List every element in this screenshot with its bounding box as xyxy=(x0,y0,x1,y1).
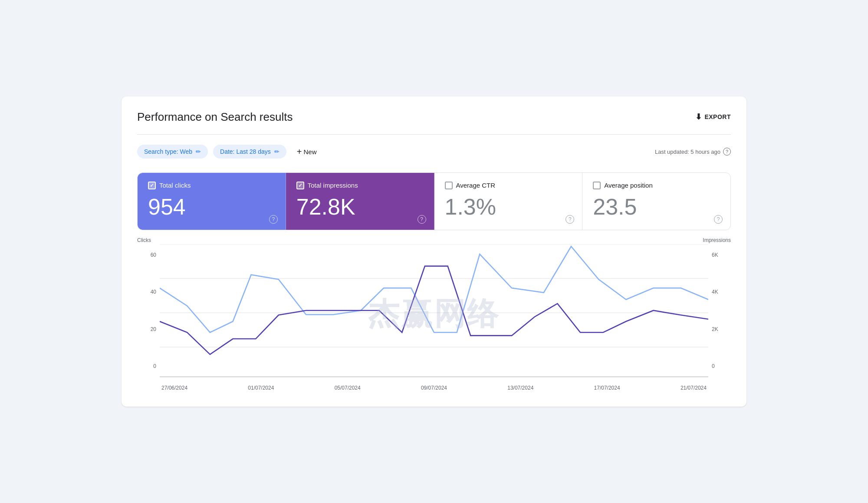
position-label: Average position xyxy=(604,182,652,189)
ctr-checkbox[interactable] xyxy=(445,182,453,189)
position-checkbox[interactable] xyxy=(593,182,601,189)
main-card: Performance on Search results ⬇ EXPORT S… xyxy=(122,96,746,407)
clicks-label: Total clicks xyxy=(159,182,191,189)
ctr-header: Average CTR xyxy=(445,182,572,189)
export-label: EXPORT xyxy=(704,113,731,120)
impressions-label: Total impressions xyxy=(308,182,358,189)
clicks-help-icon[interactable]: ? xyxy=(269,215,278,224)
date-filter[interactable]: Date: Last 28 days ✏ xyxy=(213,145,286,159)
clicks-header: Total clicks xyxy=(148,182,275,189)
filter-row: Search type: Web ✏ Date: Last 28 days ✏ … xyxy=(137,143,731,160)
x-label-1: 27/06/2024 xyxy=(161,385,187,391)
x-label-4: 09/07/2024 xyxy=(421,385,447,391)
metrics-row: Total clicks 954 ? Total impressions 72.… xyxy=(137,172,731,230)
clicks-value: 954 xyxy=(148,195,275,219)
last-updated-text: Last updated: 5 hours ago xyxy=(655,149,720,155)
y-right-6k: 6K xyxy=(712,252,718,258)
clicks-checkbox[interactable] xyxy=(148,182,156,189)
page-title: Performance on Search results xyxy=(137,110,293,124)
impressions-checkbox[interactable] xyxy=(296,182,304,189)
y-right-2k: 2K xyxy=(712,326,718,332)
metric-impressions[interactable]: Total impressions 72.8K ? xyxy=(286,173,434,230)
last-updated: Last updated: 5 hours ago ? xyxy=(655,148,731,156)
ctr-label: Average CTR xyxy=(456,182,496,189)
metric-ctr[interactable]: Average CTR 1.3% ? xyxy=(434,173,583,230)
metric-position[interactable]: Average position 23.5 ? xyxy=(582,173,730,230)
position-help-icon[interactable]: ? xyxy=(714,215,723,224)
ctr-help-icon[interactable]: ? xyxy=(566,215,574,224)
new-button[interactable]: + New xyxy=(292,143,322,160)
chart-svg xyxy=(160,244,708,381)
edit-icon: ✏ xyxy=(196,148,201,155)
impressions-header: Total impressions xyxy=(296,182,424,189)
x-label-3: 05/07/2024 xyxy=(335,385,361,391)
header-row: Performance on Search results ⬇ EXPORT xyxy=(137,110,731,124)
y-right-4k: 4K xyxy=(712,289,718,295)
position-value: 23.5 xyxy=(593,195,720,219)
last-updated-help-icon[interactable]: ? xyxy=(723,148,731,156)
y-right-0: 0 xyxy=(712,363,715,369)
x-labels: 27/06/2024 01/07/2024 05/07/2024 09/07/2… xyxy=(161,385,707,391)
plus-icon: + xyxy=(297,147,302,157)
y-left-60: 60 xyxy=(151,252,156,258)
metric-clicks[interactable]: Total clicks 954 ? xyxy=(138,173,286,230)
search-type-label: Search type: Web xyxy=(144,148,192,155)
impressions-value: 72.8K xyxy=(296,195,424,219)
edit-icon-date: ✏ xyxy=(274,148,279,155)
y-left-40: 40 xyxy=(151,289,156,295)
y-left-20: 20 xyxy=(151,326,156,332)
y-axis-right-title: Impressions xyxy=(703,237,731,243)
chart-area: 杰赢网络 Clicks Impressions 60 40 20 0 xyxy=(137,237,731,391)
position-header: Average position xyxy=(593,182,720,189)
x-label-7: 21/07/2024 xyxy=(681,385,707,391)
x-label-5: 13/07/2024 xyxy=(507,385,533,391)
search-type-filter[interactable]: Search type: Web ✏ xyxy=(137,145,208,159)
x-label-6: 17/07/2024 xyxy=(594,385,620,391)
export-button[interactable]: ⬇ EXPORT xyxy=(695,112,731,122)
date-label: Date: Last 28 days xyxy=(220,148,271,155)
divider xyxy=(137,134,731,135)
ctr-value: 1.3% xyxy=(445,195,572,219)
x-label-2: 01/07/2024 xyxy=(248,385,274,391)
y-axis-left-title: Clicks xyxy=(137,237,151,243)
export-icon: ⬇ xyxy=(695,112,702,122)
new-label: New xyxy=(303,148,316,156)
y-left-0: 0 xyxy=(153,363,156,369)
impressions-help-icon[interactable]: ? xyxy=(418,215,426,224)
